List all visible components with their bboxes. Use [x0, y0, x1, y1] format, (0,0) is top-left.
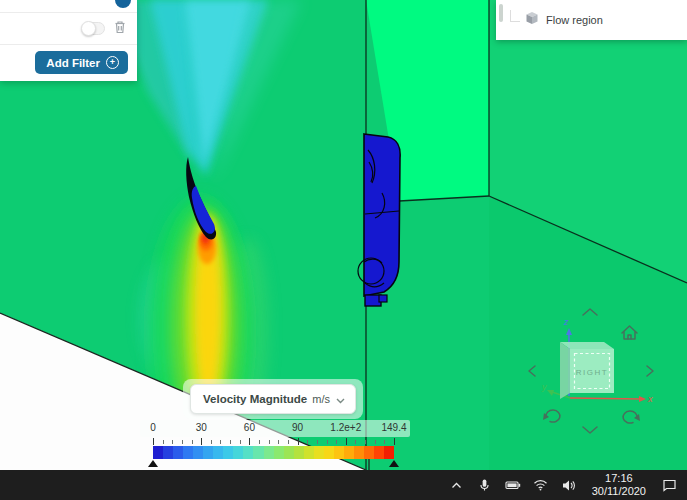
volume-icon[interactable] — [557, 472, 581, 498]
filter-panel-header-row — [0, 0, 137, 13]
rotate-right-chevron[interactable] — [647, 366, 653, 376]
axis-x-label: x — [647, 394, 653, 404]
filter-panel: Add Filter + — [0, 0, 137, 81]
colormap-segment — [193, 446, 203, 459]
home-view-icon[interactable] — [622, 326, 637, 339]
plus-icon: + — [106, 56, 119, 69]
scale-tick — [220, 440, 221, 444]
axis-y-label: y — [541, 382, 547, 392]
scale-tick — [163, 440, 164, 444]
roll-ccw-icon[interactable] — [543, 410, 560, 422]
scale-tick-label: 90 — [292, 422, 303, 433]
scale-tick — [298, 438, 299, 445]
rotate-up-chevron[interactable] — [583, 309, 597, 315]
rotate-down-chevron[interactable] — [583, 427, 597, 433]
scale-tick-label: 0 — [150, 422, 156, 433]
tree-branch-guide — [510, 10, 520, 22]
navigation-cube-widget[interactable]: z x y RIGHT — [518, 296, 658, 442]
colormap-segment — [384, 446, 394, 459]
colormap-segment — [203, 446, 213, 459]
scale-tick — [269, 440, 270, 444]
tree-scrollbar[interactable] — [499, 4, 503, 22]
rotate-left-chevron[interactable] — [529, 366, 535, 376]
scale-tick — [249, 438, 250, 445]
colormap-segment — [374, 446, 384, 459]
microphone-icon[interactable] — [473, 472, 497, 498]
colormap-segment — [243, 446, 253, 459]
field-select-value: Velocity Magnitude — [191, 393, 312, 405]
scale-tick — [317, 440, 318, 444]
action-center-icon[interactable] — [657, 472, 681, 498]
colormap-segment — [233, 446, 243, 459]
roll-cw-icon[interactable] — [623, 411, 640, 423]
filter-panel-footer: Add Filter + — [0, 45, 137, 80]
chevron-down-icon — [336, 390, 345, 408]
scale-tick-label: 1.2e+2 — [330, 422, 361, 433]
filter-row — [0, 13, 137, 45]
colormap-segment — [274, 446, 284, 459]
view-cube[interactable]: RIGHT — [560, 342, 614, 399]
range-min-handle[interactable] — [148, 460, 158, 467]
add-filter-label: Add Filter — [46, 57, 100, 69]
clock-time: 17:16 — [592, 472, 646, 485]
colormap-segment — [324, 446, 334, 459]
scale-tick — [211, 440, 212, 444]
colormap-segment — [163, 446, 173, 459]
scale-tick — [384, 440, 385, 444]
scale-tick — [240, 440, 241, 444]
colormap-segment — [284, 446, 294, 459]
colormap-segment — [334, 446, 344, 459]
cube-side-face[interactable] — [560, 342, 570, 399]
colormap-segment — [253, 446, 263, 459]
unit-select-value[interactable]: m/s — [312, 393, 330, 405]
scale-tick — [336, 440, 337, 444]
scale-tick — [346, 438, 347, 445]
delete-filter-icon[interactable] — [114, 20, 126, 38]
taskbar-clock[interactable]: 17:16 30/11/2020 — [585, 472, 653, 498]
colormap-segment — [183, 446, 193, 459]
colormap-segment — [213, 446, 223, 459]
scale-labels-background — [140, 420, 410, 437]
tree-item-label: Flow region — [546, 14, 603, 26]
clock-date: 30/11/2020 — [592, 485, 646, 498]
scale-tick — [192, 440, 193, 444]
scale-tick — [172, 440, 173, 444]
scale-tick-label: 30 — [196, 422, 207, 433]
add-filter-button[interactable]: Add Filter + — [35, 51, 128, 74]
color-scale-legend: 0 30 60 90 1.2e+2 149.4 — [140, 420, 410, 466]
scale-tick — [394, 438, 395, 445]
scale-tick — [278, 440, 279, 444]
cube-icon — [525, 11, 539, 29]
filter-visibility-toggle[interactable] — [82, 22, 105, 35]
scale-tick — [288, 440, 289, 444]
colormap-segment — [173, 446, 183, 459]
scale-tick — [182, 440, 183, 444]
scale-tick — [307, 440, 308, 444]
field-select-dropdown[interactable]: Velocity Magnitude m/s — [190, 384, 356, 414]
axis-z-label: z — [563, 317, 569, 327]
scale-tick — [355, 440, 356, 444]
colormap-segment — [264, 446, 274, 459]
wifi-icon[interactable] — [529, 472, 553, 498]
colormap-segment — [344, 446, 354, 459]
tree-item-flow-region[interactable]: Flow region — [510, 8, 603, 32]
hidden-icons-chevron[interactable] — [445, 472, 469, 498]
scale-tick — [365, 440, 366, 444]
cube-face-label: RIGHT — [576, 368, 608, 377]
scale-tick — [327, 440, 328, 444]
scale-tick-label: 60 — [244, 422, 255, 433]
colormap-segment — [153, 446, 163, 459]
range-max-handle[interactable] — [389, 460, 399, 467]
scale-tick — [375, 440, 376, 444]
colormap-segment — [223, 446, 233, 459]
filter-badge-button[interactable] — [115, 0, 131, 8]
application-window: z x y RIGHT — [0, 0, 687, 500]
colormap-segment — [354, 446, 364, 459]
scale-tick — [259, 440, 260, 444]
battery-icon[interactable] — [501, 472, 525, 498]
scale-tick-label: 149.4 — [381, 422, 406, 433]
colormap-bar — [153, 446, 394, 459]
scale-tick — [153, 438, 154, 445]
colormap-segment — [364, 446, 374, 459]
colormap-segment — [294, 446, 304, 459]
